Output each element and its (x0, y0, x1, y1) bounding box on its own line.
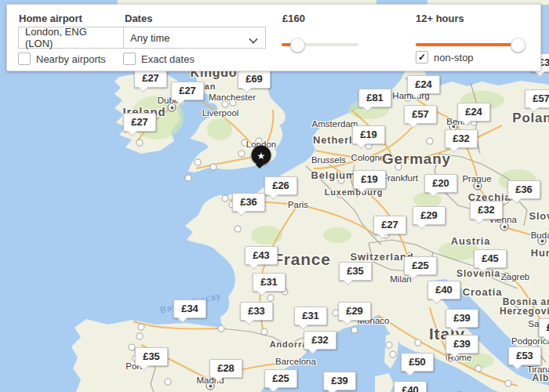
max-price-value: £160 (282, 13, 305, 24)
price-marker[interactable]: £40 (427, 281, 460, 299)
town-dot (390, 351, 397, 358)
price-marker[interactable]: £39 (323, 372, 356, 390)
price-marker[interactable]: £27 (134, 69, 167, 88)
nearby-airports-checkbox[interactable]: Nearby airports (18, 53, 106, 65)
town-dot (218, 325, 225, 332)
checkbox-checked-icon: ✓ (416, 51, 428, 64)
town-dot (165, 379, 172, 386)
town-dot (195, 159, 202, 166)
price-marker[interactable]: £19 (353, 170, 386, 189)
country-label: Andorra (270, 339, 307, 349)
price-marker[interactable]: £20 (424, 174, 457, 193)
price-marker[interactable]: £25 (404, 256, 437, 275)
city-label: Paris (288, 200, 308, 209)
town-dot (415, 339, 422, 347)
price-marker[interactable]: £35 (135, 347, 168, 366)
country-label: Slovakia (529, 210, 549, 222)
town-dot (267, 295, 274, 302)
price-marker[interactable]: £36 (232, 193, 265, 212)
price-marker[interactable]: £43 (245, 246, 278, 265)
town-dot (210, 164, 217, 171)
price-marker[interactable]: £28 (209, 359, 242, 378)
exact-dates-checkbox[interactable]: Exact dates (123, 53, 195, 65)
price-marker[interactable]: £32 (470, 201, 503, 220)
price-marker[interactable]: £5 (539, 318, 549, 337)
price-marker[interactable]: £40 (394, 381, 427, 392)
price-marker[interactable]: £27 (373, 216, 406, 234)
town-dot (222, 195, 229, 202)
search-panel: Home airport Dates £160 12+ hours London… (6, 4, 541, 71)
price-marker[interactable]: £35 (339, 262, 372, 281)
town-dot (235, 226, 242, 233)
price-marker[interactable]: £19 (352, 125, 385, 144)
price-marker[interactable]: £57 (404, 105, 437, 124)
town-dot (261, 328, 268, 336)
price-slider-handle[interactable] (290, 38, 305, 53)
price-marker[interactable]: £33 (240, 302, 273, 321)
price-marker[interactable]: £25 (264, 369, 297, 388)
duration-slider-fill (416, 43, 519, 46)
town-dot (136, 333, 144, 340)
duration-slider[interactable] (416, 43, 519, 46)
price-marker[interactable]: £31 (294, 307, 327, 325)
price-marker[interactable]: £53 (508, 347, 541, 365)
star-icon: ★ (257, 150, 266, 161)
price-marker[interactable]: £50 (401, 353, 434, 372)
home-airport-input[interactable]: London, ENG (LON) (18, 27, 124, 49)
price-marker[interactable]: £81 (358, 89, 391, 107)
city-label: Prague (462, 174, 491, 183)
city-label: Cologne (351, 153, 385, 162)
checkbox-icon (123, 53, 136, 65)
duration-slider-handle[interactable] (511, 38, 525, 53)
chevron-down-icon (249, 34, 257, 43)
origin-star-marker[interactable]: ★ (252, 146, 271, 165)
price-marker[interactable]: £26 (264, 176, 297, 195)
town-dot (238, 151, 245, 158)
city-label: Brussels (311, 155, 346, 165)
price-marker[interactable]: £57 (525, 89, 549, 108)
country-label: Poland (512, 111, 549, 126)
price-marker[interactable]: £29 (338, 302, 371, 321)
price-marker[interactable]: £24 (457, 103, 490, 122)
town-dot (136, 140, 144, 147)
country-label: Albania (533, 372, 549, 383)
city-label: Budapest (531, 230, 549, 240)
city-label: Barcelona (275, 357, 316, 366)
price-marker[interactable]: £27 (171, 82, 204, 100)
price-marker[interactable]: £39 (445, 309, 478, 328)
country-label: Herzegovina (500, 306, 549, 317)
dates-select[interactable]: Any time (123, 27, 266, 49)
price-marker[interactable]: £34 (173, 299, 206, 318)
home-airport-label: Home airport (19, 13, 82, 24)
price-slider[interactable] (282, 43, 358, 46)
town-dot (138, 324, 145, 331)
town-dot (351, 327, 358, 334)
country-label: France (273, 250, 331, 269)
price-marker[interactable]: £45 (474, 249, 507, 268)
city-label: Liverpool (202, 108, 239, 118)
country-label: Austria (451, 235, 490, 247)
town-dot (427, 138, 434, 145)
town-dot (475, 365, 482, 372)
price-marker[interactable]: £27 (123, 113, 156, 132)
price-marker[interactable]: £29 (413, 206, 445, 225)
city-label: Manchester (209, 93, 256, 102)
dates-label: Dates (125, 13, 152, 24)
max-duration-value: 12+ hours (416, 13, 464, 24)
price-marker[interactable]: £39 (445, 335, 478, 354)
price-marker[interactable]: £31 (253, 273, 285, 292)
price-marker[interactable]: £69 (238, 70, 271, 89)
city-label: Frankfurt (382, 173, 418, 183)
country-label: Germany (382, 151, 451, 168)
price-marker[interactable]: £36 (507, 180, 540, 199)
price-marker[interactable]: £24 (407, 75, 440, 94)
price-marker[interactable]: £32 (304, 331, 336, 350)
city-label: Zagreb (501, 272, 529, 281)
town-dot (129, 344, 136, 351)
price-marker[interactable]: £32 (445, 129, 478, 148)
checkbox-icon (18, 53, 31, 65)
town-dot (185, 175, 192, 182)
non-stop-checkbox[interactable]: ✓ non-stop (416, 51, 474, 64)
town-dot (505, 380, 512, 387)
country-label: Hungary (531, 247, 549, 259)
